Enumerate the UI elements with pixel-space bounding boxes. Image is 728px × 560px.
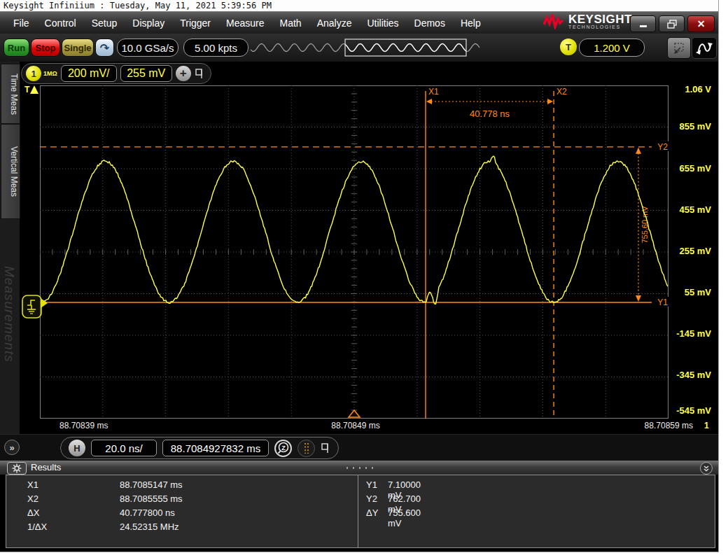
tab-time-meas[interactable]: Time Meas [1,64,20,124]
add-channel-button[interactable]: + [176,66,191,81]
curved-arrow-icon: ↷ [100,41,109,55]
y-axis-tick: 1.06 V [671,84,711,94]
waveform-arrows-icon [695,41,713,56]
results-collapse-button[interactable] [700,462,713,475]
run-button[interactable]: Run [4,38,29,57]
menu-item-math[interactable]: Math [272,12,309,34]
trigger-marker-label: T [24,85,29,94]
horizontal-toolbar: » H 20.0 ns/ 88.7084927832 ms Z [0,434,718,461]
menu-item-trigger[interactable]: Trigger [172,12,218,34]
menu-bar: FileControlSetupDisplayTriggerMeasureMat… [0,11,718,34]
delayed-sweep-button[interactable] [298,440,315,457]
measurements-watermark: Measurements [1,266,17,363]
results-row: 1/ΔX24.52315 MHz [6,522,356,536]
result-value: 24.52315 MHz [120,522,179,532]
close-icon: ✕ [697,19,706,29]
pin-icon[interactable] [321,442,330,454]
x-axis-tick: 88.70849 ms [314,421,398,430]
touch-button[interactable]: ↷ [95,38,114,57]
sample-rate-box[interactable]: 10.0 GSa/s [117,38,178,57]
results-row: Y17.10000 mV [6,479,356,493]
y-axis-tick: 255 mV [671,246,711,256]
infiniium-window: Keysight Infiniium : Tuesday, May 11, 20… [0,0,719,552]
double-chevron-icon: » [9,442,14,453]
menu-item-utilities[interactable]: Utilities [359,12,406,34]
minimize-button[interactable] [630,15,656,32]
keysight-logo: KEYSIGHT TECHNOLOGIES [543,14,632,29]
chevron-down-icon [702,464,710,472]
ground-marker-icon [22,294,50,320]
timebase-controls: H 20.0 ns/ 88.7084927832 ms Z [60,437,339,459]
menu-item-analyze[interactable]: Analyze [309,12,360,34]
menu-item-file[interactable]: File [6,12,37,34]
dx-arrow-right [547,99,553,104]
menu-item-demos[interactable]: Demos [407,12,453,34]
window-title: Keysight Infiniium : Tuesday, May 11, 20… [4,1,272,10]
acquisition-preview[interactable] [249,38,482,57]
keysight-spark-icon [543,14,564,29]
results-row: ΔY755.600 mV [6,507,356,522]
pin-icon[interactable] [195,68,204,80]
zoom-z-icon: Z [277,442,290,454]
zoom-region-icon [672,41,686,55]
cursor-x1-label: X1 [428,87,439,97]
autoscale-button[interactable] [692,37,717,59]
acquisition-toolbar: Run Stop Single ↷ 10.0 GSa/s 5.00 kpts T… [0,34,718,62]
single-button[interactable]: Single [62,38,94,57]
brand-name: KEYSIGHT [568,14,632,24]
x-axis-tick: 88.70839 ms [59,421,108,430]
close-button[interactable]: ✕ [687,15,715,32]
results-panel: X188.7085147 msX288.7085555 msΔX40.77780… [6,475,715,548]
y-axis-tick: 855 mV [671,121,711,132]
scope-grid: Y2Y1X1X240.778 ns755.60 mV [40,85,668,419]
preview-waveform-window [251,44,479,52]
memory-depth-box[interactable]: 5.00 kpts [183,38,248,57]
menu-item-control[interactable]: Control [37,12,84,34]
trigger-arrow-icon [29,85,39,95]
x-axis-tick: 88.70859 ms [637,421,693,430]
channel-1-badge[interactable]: 1 [26,66,41,81]
trigger-time-marker[interactable] [349,410,360,417]
zoom-region-button[interactable] [667,37,691,59]
tab-vertical-meas[interactable]: Vertical Meas [1,124,20,219]
trigger-level-box[interactable]: 1.200 V [579,38,645,57]
trigger-marker[interactable]: T [24,85,39,95]
results-row: Y2762.700 mV [6,493,356,507]
cursor-y2-label: Y2 [657,142,668,152]
zoom-mode-button[interactable]: Z [274,440,292,457]
trigger-badge[interactable]: T [560,38,577,55]
result-label: Y1 [366,479,377,490]
cursor-x2-label: X2 [556,87,567,97]
menu-item-measure[interactable]: Measure [218,12,272,34]
y-axis-tick: -345 mV [671,370,711,380]
svg-text:Z: Z [281,444,286,451]
dy-arrow-down [636,295,641,302]
minimize-icon [638,20,648,28]
stop-button[interactable]: Stop [31,38,60,57]
timebase-box[interactable]: 20.0 ns/ [91,440,157,456]
horizontal-badge[interactable]: H [69,440,85,456]
keysight-logo-text: KEYSIGHT TECHNOLOGIES [568,14,632,29]
results-drag-handle[interactable] [346,467,376,469]
desktop: Keysight Infiniium : Tuesday, May 11, 20… [0,0,728,560]
menu-item-help[interactable]: Help [453,12,489,34]
expand-panel-button[interactable]: » [4,440,20,455]
result-label: 1/ΔX [27,522,47,532]
y-axis-tick: 55 mV [671,287,711,298]
channel-scale-box[interactable]: 200 mV/ [61,65,117,82]
window-controls: ✕ [630,15,715,32]
horizontal-position-box[interactable]: 88.7084927832 ms [162,440,269,456]
menu-item-display[interactable]: Display [125,12,172,34]
menu-item-setup[interactable]: Setup [84,12,125,34]
restore-button[interactable] [659,15,685,32]
y-axis-tick: -545 mV [671,405,711,416]
left-sidebar: Time Meas Vertical Meas Measurements [0,62,20,434]
results-settings-button[interactable] [7,462,27,475]
channel-ground-marker[interactable] [22,294,50,323]
result-label: Y2 [366,493,377,504]
y-axis-tick: -145 mV [671,328,711,339]
y-axis-tick: 455 mV [671,204,711,215]
channel-offset-box[interactable]: 255 mV [120,65,172,82]
cursor-y1-label: Y1 [657,298,668,307]
channel-impedance: 1MΩ [43,70,57,77]
